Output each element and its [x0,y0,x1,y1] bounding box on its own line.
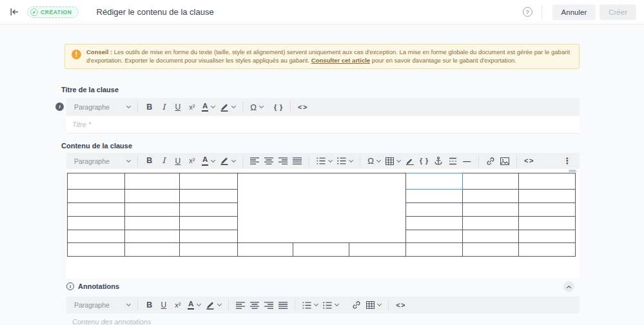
insert-image-button[interactable] [498,154,511,168]
table-cell[interactable] [238,243,293,257]
table-cell[interactable] [349,243,406,257]
table-cell[interactable] [68,190,125,203]
table-cell[interactable] [293,243,349,257]
superscript-button[interactable]: x² [186,154,199,168]
table-cell[interactable] [68,203,125,217]
table-cell[interactable] [406,203,463,217]
paragraph-style-dropdown[interactable]: Paragraphe [72,155,133,168]
underline-button[interactable]: U [171,154,184,168]
italic-button[interactable]: I [157,154,170,168]
paragraph-style-dropdown[interactable]: Paragraphe [72,101,133,113]
numbered-list-button[interactable] [315,154,334,168]
clause-title-input[interactable]: Titre * [66,116,580,133]
special-character-button[interactable]: Ω [366,154,382,168]
superscript-button[interactable]: x² [171,299,184,312]
superscript-button[interactable]: x² [186,101,199,114]
page-break-button[interactable] [446,154,459,168]
editor-scrollbar[interactable] [569,170,576,172]
table-cell[interactable] [519,230,576,243]
table-cell-selected[interactable] [406,173,463,190]
table-cell[interactable] [68,173,125,190]
more-options-icon[interactable]: ⋮ [561,154,574,168]
cancel-button[interactable]: Annuler [552,5,596,20]
table-cell[interactable] [406,243,463,257]
clause-content-editor[interactable] [66,169,580,279]
highlight-button[interactable] [204,299,223,312]
font-color-button[interactable]: A [200,101,217,114]
help-icon[interactable]: ? [523,7,532,17]
signature-button[interactable] [404,154,416,168]
font-color-button[interactable]: A [200,154,217,168]
variable-button[interactable]: { } [272,101,285,114]
highlight-button[interactable] [218,101,237,114]
table-cell[interactable] [406,217,463,230]
variable-button[interactable]: { } [418,154,431,168]
title-toolbar: Paragraphe B I U x² A Ω { } <> [66,98,580,116]
bold-button[interactable]: B [143,101,156,114]
table-cell[interactable] [519,217,576,230]
create-button[interactable]: Créer [600,5,636,20]
align-left-button[interactable] [248,154,261,168]
collapse-panel-icon[interactable] [8,6,21,19]
table-cell[interactable] [125,203,180,217]
table-cell[interactable] [68,230,125,243]
table-cell[interactable] [180,230,238,243]
table-cell[interactable] [463,243,519,257]
table-cell[interactable] [406,190,463,203]
bold-button[interactable]: B [143,299,156,312]
table-cell[interactable] [519,173,576,190]
table-cell[interactable] [125,217,180,230]
link-button[interactable] [484,154,497,168]
align-justify-button[interactable] [277,299,289,312]
table-cell[interactable] [180,190,238,203]
underline-button[interactable]: U [157,299,170,312]
source-code-button[interactable]: <> [394,299,408,312]
table-cell-merged[interactable] [238,173,406,243]
table-cell[interactable] [519,243,576,257]
numbered-list-button[interactable] [300,299,320,312]
align-right-button[interactable] [262,299,275,312]
font-color-button[interactable]: A [186,299,202,312]
paragraph-style-dropdown[interactable]: Paragraphe [72,299,133,311]
table-cell[interactable] [463,217,519,230]
horizontal-rule-button[interactable]: — [460,154,473,168]
collapse-annotations-button[interactable] [563,281,574,292]
table-cell[interactable] [68,217,125,230]
insert-table-button[interactable] [384,154,402,168]
insert-table-button[interactable] [364,299,383,312]
bullet-list-button[interactable] [335,154,355,168]
align-left-button[interactable] [234,299,247,312]
advice-prefix: Conseil : [86,48,112,55]
align-right-button[interactable] [277,154,289,168]
article-link[interactable]: Consulter cet article [311,57,370,64]
align-center-button[interactable] [248,299,261,312]
table-cell[interactable] [463,203,519,217]
table-cell[interactable] [519,190,576,203]
table-cell[interactable] [180,243,238,257]
table-cell[interactable] [406,230,463,243]
bold-button[interactable]: B [143,154,156,168]
source-code-button[interactable]: <> [522,154,536,168]
table-cell[interactable] [125,190,180,203]
table-cell[interactable] [125,230,180,243]
align-center-button[interactable] [262,154,275,168]
table-cell[interactable] [463,190,519,203]
table-cell[interactable] [68,243,125,257]
table-cell[interactable] [519,203,576,217]
bullet-list-button[interactable] [321,299,340,312]
table-cell[interactable] [125,173,180,190]
table-cell[interactable] [463,230,519,243]
table-cell[interactable] [180,217,238,230]
align-justify-button[interactable] [291,154,304,168]
link-button[interactable] [350,299,363,312]
table-cell[interactable] [125,243,180,257]
source-code-button[interactable]: <> [296,101,310,114]
highlight-button[interactable] [218,154,237,168]
table-cell[interactable] [463,173,519,190]
table-cell[interactable] [180,203,238,217]
special-character-button[interactable]: Ω [248,101,265,114]
italic-button[interactable]: I [157,101,170,114]
table-cell[interactable] [180,173,238,190]
underline-button[interactable]: U [171,101,184,114]
anchor-button[interactable] [432,154,445,168]
